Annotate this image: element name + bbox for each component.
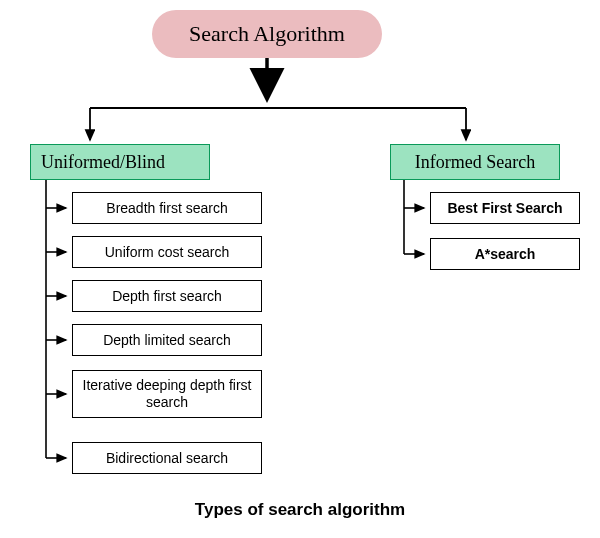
root-node: Search Algorithm (152, 10, 382, 58)
item-dfs-label: Depth first search (112, 288, 222, 305)
item-bestfirst: Best First Search (430, 192, 580, 224)
branch-informed: Informed Search (390, 144, 560, 180)
item-ucs: Uniform cost search (72, 236, 262, 268)
branch-uninformed-label: Uniformed/Blind (41, 152, 165, 173)
diagram-caption: Types of search algorithm (0, 500, 600, 520)
item-bfs-label: Breadth first search (106, 200, 227, 217)
item-bfs: Breadth first search (72, 192, 262, 224)
item-ucs-label: Uniform cost search (105, 244, 229, 261)
item-dfs: Depth first search (72, 280, 262, 312)
caption-text: Types of search algorithm (195, 500, 405, 519)
item-iddfs-label: Iterative deeping depth first search (79, 377, 255, 411)
branch-informed-label: Informed Search (415, 152, 535, 173)
item-bidir: Bidirectional search (72, 442, 262, 474)
item-bestfirst-label: Best First Search (447, 200, 562, 217)
item-dls: Depth limited search (72, 324, 262, 356)
branch-uninformed: Uniformed/Blind (30, 144, 210, 180)
item-astar: A*search (430, 238, 580, 270)
item-astar-label: A*search (475, 246, 536, 263)
item-iddfs: Iterative deeping depth first search (72, 370, 262, 418)
root-title: Search Algorithm (189, 21, 345, 47)
item-bidir-label: Bidirectional search (106, 450, 228, 467)
item-dls-label: Depth limited search (103, 332, 231, 349)
